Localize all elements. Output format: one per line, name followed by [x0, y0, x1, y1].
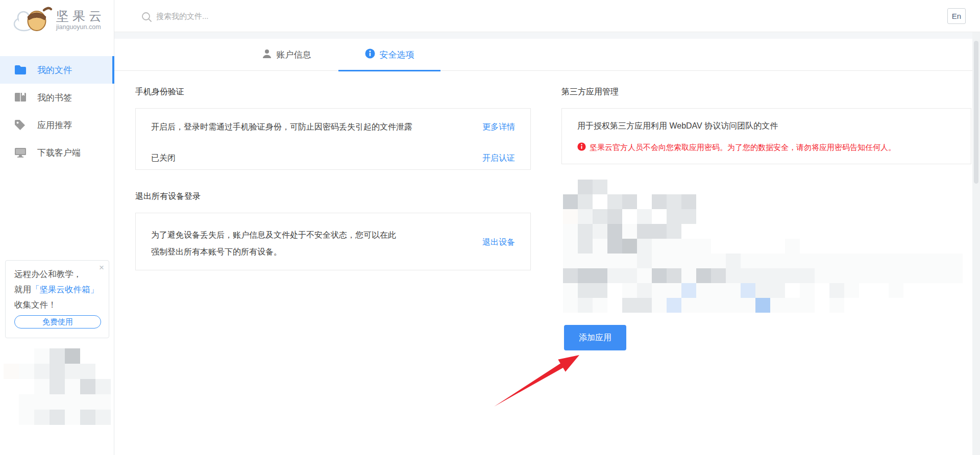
logout-desc-line2: 强制登出所有本账号下的所有设备。 [151, 247, 282, 256]
redacted-mosaic-app-list [563, 180, 963, 313]
user-icon [262, 48, 272, 61]
enable-auth-link[interactable]: 开启认证 [482, 153, 515, 164]
tab-label: 账户信息 [277, 49, 311, 61]
logout-desc-line1: 为了避免设备丢失后，账户信息及文件处于不安全状态，您可以在此 [151, 231, 396, 239]
settings-tabbar: 账户信息 安全选项 [114, 39, 972, 71]
third-party-panel: 用于授权第三方应用利用 WebDAV 协议访问团队的文件 坚果云官方人员不会向您… [561, 108, 971, 164]
logout-all-title: 退出所有设备登录 [135, 191, 201, 202]
sidebar: 坚果云 jianguoyun.com 我的文件 [0, 0, 114, 455]
logout-all-panel: 为了避免设备丢失后，账户信息及文件处于不安全状态，您可以在此 强制登出所有本账号… [135, 213, 531, 270]
tab-security-options[interactable]: 安全选项 [338, 39, 440, 71]
language-toggle-button[interactable]: En [947, 8, 966, 24]
phone-verify-panel: 开启后，登录时需通过手机验证身份，可防止因密码丢失引起的文件泄露 更多详情 已关… [135, 108, 531, 170]
promo-line1: 远程办公和教学， [14, 269, 82, 279]
vertical-scrollbar[interactable] [972, 32, 980, 455]
scrollbar-thumb[interactable] [974, 41, 978, 184]
header-gap-band [114, 32, 980, 39]
third-party-desc: 用于授权第三方应用利用 WebDAV 协议访问团队的文件 [577, 121, 778, 132]
close-icon[interactable]: × [99, 263, 104, 273]
nutstore-security-settings-page: 坚果云 jianguoyun.com 我的文件 [0, 0, 980, 455]
logout-all-desc: 为了避免设备丢失后，账户信息及文件处于不安全状态，您可以在此 强制登出所有本账号… [151, 226, 396, 260]
brand-domain: jianguoyun.com [56, 23, 105, 31]
sidebar-item-download-client[interactable]: 下载客户端 [0, 139, 114, 166]
folder-icon [14, 64, 27, 75]
more-details-link[interactable]: 更多详情 [482, 122, 515, 133]
logout-devices-link[interactable]: 退出设备 [482, 237, 515, 248]
tab-account-info[interactable]: 账户信息 [240, 39, 332, 71]
sidebar-item-app-recommend[interactable]: 应用推荐 [0, 111, 114, 139]
acorn-cloud-logo-icon [13, 5, 54, 35]
sidebar-item-label: 我的文件 [37, 64, 72, 76]
brand-name: 坚果云 [56, 9, 105, 22]
tag-icon [14, 119, 27, 131]
phone-verify-status: 已关闭 [151, 153, 176, 164]
search-input[interactable] [156, 8, 325, 23]
sidebar-item-label: 我的书签 [37, 92, 72, 104]
sidebar-item-label: 应用推荐 [37, 119, 72, 131]
sidebar-item-my-files[interactable]: 我的文件 [0, 56, 114, 84]
sidebar-item-my-bookmarks[interactable]: 我的书签 [0, 84, 114, 111]
third-party-warning: 坚果云官方人员不会向您索取应用密码。为了您的数据安全，请勿将应用密码告知任何人。 [577, 142, 896, 153]
promo-inbox-link[interactable]: 「坚果云收件箱」 [31, 285, 99, 294]
promo-text: 远程办公和教学， 就用「坚果云收件箱」 收集文件！ [14, 266, 99, 312]
sidebar-nav: 我的文件 我的书签 [0, 56, 114, 166]
active-tab-underline [338, 70, 440, 71]
brand-text: 坚果云 jianguoyun.com [56, 9, 105, 31]
sidebar-item-label: 下载客户端 [37, 147, 81, 159]
warning-text: 坚果云官方人员不会向您索取应用密码。为了您的数据安全，请勿将应用密码告知任何人。 [590, 143, 896, 153]
info-icon [365, 48, 375, 61]
warning-info-icon [577, 142, 586, 153]
redacted-mosaic-sidebar [4, 348, 111, 425]
promo-card: × 远程办公和教学， 就用「坚果云收件箱」 收集文件！ 免费使用 [5, 260, 109, 338]
promo-line2-pre: 就用 [14, 285, 31, 294]
active-indicator-bar [112, 56, 114, 84]
monitor-icon [14, 147, 27, 158]
phone-verify-title: 手机身份验证 [135, 87, 184, 97]
phone-verify-desc: 开启后，登录时需通过手机验证身份，可防止因密码丢失引起的文件泄露 [151, 122, 412, 133]
tab-label: 安全选项 [380, 49, 414, 61]
top-header: En [114, 0, 980, 32]
promo-line3: 收集文件！ [14, 300, 57, 309]
brand-logo[interactable]: 坚果云 jianguoyun.com [13, 5, 105, 35]
red-annotation-arrow [480, 347, 592, 413]
bookmark-icon [14, 92, 27, 103]
search-icon [141, 12, 152, 24]
third-party-title: 第三方应用管理 [561, 87, 619, 97]
free-use-button[interactable]: 免费使用 [14, 315, 101, 328]
